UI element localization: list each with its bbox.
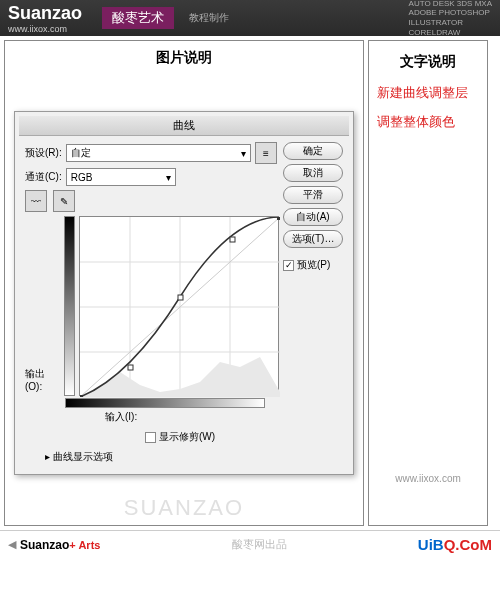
display-options-toggle[interactable]: ▸ 曲线显示选项 bbox=[45, 450, 279, 464]
show-clipping-row: 显示修剪(W) bbox=[145, 430, 279, 444]
curve-area: 输出(O): bbox=[25, 216, 279, 396]
main-content: 图片说明 曲线 预设(R): 自定 ▾ ≡ 通道(C): bbox=[0, 36, 500, 530]
preset-select[interactable]: 自定 ▾ bbox=[66, 144, 251, 162]
show-clipping-checkbox[interactable] bbox=[145, 432, 156, 443]
svg-rect-9 bbox=[178, 295, 183, 300]
output-gradient bbox=[64, 216, 75, 396]
curve-svg bbox=[80, 217, 280, 397]
output-label: 输出(O): bbox=[25, 367, 60, 392]
instruction-1: 新建曲线调整层 bbox=[377, 83, 479, 104]
curves-dialog: 曲线 预设(R): 自定 ▾ ≡ 通道(C): RGB bbox=[14, 111, 354, 475]
channel-select[interactable]: RGB ▾ bbox=[66, 168, 176, 186]
auto-button[interactable]: 自动(A) bbox=[283, 208, 343, 226]
input-label: 输入(I): bbox=[105, 410, 137, 424]
dialog-body: 预设(R): 自定 ▾ ≡ 通道(C): RGB ▾ bbox=[19, 136, 349, 470]
art-title: 酸枣艺术 bbox=[102, 7, 174, 29]
apps-list: AUTO DESK 3DS MXA ADOBE PHOTOSHOP ILLUST… bbox=[409, 0, 492, 37]
dialog-left: 预设(R): 自定 ▾ ≡ 通道(C): RGB ▾ bbox=[25, 142, 279, 464]
chevron-down-icon: ▾ bbox=[241, 148, 246, 159]
instruction-2: 调整整体颜色 bbox=[377, 112, 479, 133]
ok-button[interactable]: 确定 bbox=[283, 142, 343, 160]
logo-url: www.iixox.com bbox=[8, 24, 82, 34]
smooth-button[interactable]: 平滑 bbox=[283, 186, 343, 204]
cancel-button[interactable]: 取消 bbox=[283, 164, 343, 182]
svg-rect-7 bbox=[80, 395, 83, 397]
logo-block: Suanzao www.iixox.com bbox=[8, 3, 82, 34]
uibq-logo: UiBQ.CoM bbox=[418, 536, 492, 553]
svg-rect-11 bbox=[277, 217, 280, 220]
footer-brand: Suanzao bbox=[20, 538, 69, 552]
preview-row: ✓ 预览(P) bbox=[283, 258, 343, 272]
image-panel-title: 图片说明 bbox=[9, 45, 359, 71]
svg-rect-10 bbox=[230, 237, 235, 242]
text-panel-title: 文字说明 bbox=[377, 49, 479, 75]
preview-checkbox[interactable]: ✓ bbox=[283, 260, 294, 271]
show-clipping-label: 显示修剪(W) bbox=[159, 430, 215, 444]
tutorial-label: 教程制作 bbox=[189, 11, 229, 25]
preset-value: 自定 bbox=[71, 146, 91, 160]
channel-value: RGB bbox=[71, 172, 93, 183]
logo-text: Suanzao bbox=[8, 3, 82, 24]
watermark-text: SUANZAO bbox=[9, 495, 359, 521]
input-label-row: 输入(I): bbox=[105, 410, 279, 424]
preset-row: 预设(R): 自定 ▾ ≡ bbox=[25, 142, 279, 164]
chevron-down-icon: ▾ bbox=[166, 172, 171, 183]
footer-mid: 酸枣网出品 bbox=[232, 537, 287, 552]
input-gradient-row bbox=[65, 398, 279, 408]
curve-graph[interactable] bbox=[79, 216, 279, 396]
pencil-tool-button[interactable]: ✎ bbox=[53, 190, 75, 212]
channel-label: 通道(C): bbox=[25, 170, 62, 184]
preset-label: 预设(R): bbox=[25, 146, 62, 160]
chevron-right-icon: ▸ bbox=[45, 451, 53, 462]
tool-row: 〰 ✎ bbox=[25, 190, 279, 212]
preset-menu-button[interactable]: ≡ bbox=[255, 142, 277, 164]
dialog-title: 曲线 bbox=[19, 116, 349, 136]
site-footer: ◀ Suanzao + Arts 酸枣网出品 UiBQ.CoM bbox=[0, 530, 500, 558]
channel-row: 通道(C): RGB ▾ bbox=[25, 168, 279, 186]
footer-arts: + Arts bbox=[69, 539, 100, 551]
options-button[interactable]: 选项(T)… bbox=[283, 230, 343, 248]
right-url: www.iixox.com bbox=[377, 473, 479, 484]
image-panel: 图片说明 曲线 预设(R): 自定 ▾ ≡ 通道(C): bbox=[4, 40, 364, 526]
svg-rect-8 bbox=[128, 365, 133, 370]
curve-tool-button[interactable]: 〰 bbox=[25, 190, 47, 212]
site-header: Suanzao www.iixox.com 酸枣艺术 教程制作 AUTO DES… bbox=[0, 0, 500, 36]
text-panel: 文字说明 新建曲线调整层 调整整体颜色 www.iixox.com bbox=[368, 40, 488, 526]
dialog-right: 确定 取消 平滑 自动(A) 选项(T)… ✓ 预览(P) bbox=[279, 142, 343, 464]
chevron-left-icon: ◀ bbox=[8, 538, 16, 551]
input-gradient bbox=[65, 398, 265, 408]
preview-label: 预览(P) bbox=[297, 258, 330, 272]
